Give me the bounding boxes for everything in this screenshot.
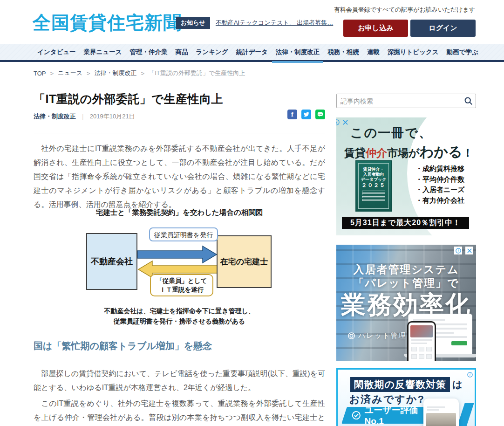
article-search xyxy=(336,94,476,108)
ad1-bullet-3: 入居者ニーズ xyxy=(422,186,465,193)
line-share-icon[interactable]: LINE xyxy=(315,110,325,119)
figure-caption-line1: 不動産会社は、宅建士を指揮命令下に置き管理し、 xyxy=(34,306,325,316)
ad-databook[interactable]: i この一冊で、 賃貸 仲介 市場が わかる ！ 賃貸仲介・ 入居者動向 データ… xyxy=(336,117,476,235)
book-title-line2: 入居者動向 xyxy=(359,172,388,177)
article-date: 2019年10月21日 xyxy=(90,112,135,121)
ad-close-icon[interactable] xyxy=(343,120,348,125)
article-category-link[interactable]: 法律・制度改正 xyxy=(34,112,76,121)
section-heading: 国は「繁忙期の顧客トラブル増加」を懸念 xyxy=(34,340,325,352)
breadcrumb-current: 「IT重説の外部委託」で生産性向上 xyxy=(149,69,245,77)
book-title-year: ２０２５ xyxy=(359,183,388,188)
breadcrumb-top[interactable]: TOP xyxy=(34,70,46,77)
ad1-discount-banner: 5月31日まで最大20％割引中！ xyxy=(342,217,469,229)
diagram-box-agent: 在宅の宅建士 xyxy=(217,235,272,288)
relationship-diagram: 不動産会社 在宅の宅建士 従業員証明書を発行 「従業員」として ＩＴ重説を遂行 xyxy=(34,225,325,303)
ad1-sub-mid: 市場が xyxy=(387,146,420,160)
nav-item-deep-topics[interactable]: 深掘りトピックス xyxy=(388,43,439,61)
ad-info-icon[interactable]: i xyxy=(454,247,462,254)
figure-caption-line2: 従業員証明書を発行・携帯させる義務がある xyxy=(34,316,325,326)
article-meta: 法律・制度改正 ｜ 2019年10月21日 xyxy=(34,112,135,121)
article-title: 「IT重説の外部委託」で生産性向上 xyxy=(34,91,325,107)
ad3-highlight: 閑散期の反響数対策 xyxy=(350,377,450,392)
diagram-label-employee: 「従業員」として ＩＴ重説を遂行 xyxy=(150,274,213,296)
article-paragraph-3: このIT重説をめぐり、社外の宅建士を複数募って、重説業務を外部委託して生産性を上… xyxy=(34,397,325,426)
article-paragraph-1: 社外の宅建士にIT重説業務のみを外部委託する不動産会社が出てきた。人手不足が解消… xyxy=(34,142,325,212)
ad-off-season[interactable]: i 閑散期の反響数対策は お済みですか? ユーザー評価No.1 ※ xyxy=(336,368,476,426)
login-button[interactable]: ログイン xyxy=(410,20,476,37)
check-circle-icon xyxy=(352,411,361,420)
palette-logo-icon xyxy=(347,332,355,340)
nav-item-tax[interactable]: 税務・相続 xyxy=(327,43,359,61)
site-logo[interactable]: 全国賃貸住宅新聞 xyxy=(33,10,182,35)
nav-item-industry-news[interactable]: 業界ニュース xyxy=(84,43,122,61)
svg-text:i: i xyxy=(469,373,470,377)
ad1-bullet-list: ・成約賃料推移 ・平均仲介件数 ・入居者ニーズ ・有力仲介会社 xyxy=(415,164,465,206)
smartphone-mockup xyxy=(407,321,436,361)
book-title-line1: 賃貸仲介・ xyxy=(359,167,388,172)
breadcrumb-separator: > xyxy=(87,70,90,77)
palette-logo-label: パレット管理 xyxy=(358,331,406,340)
ad-palette-kanri[interactable]: i 入居者管理システム 「パレット管理」で 業務効率化 パレット管理 xyxy=(336,245,476,361)
bullet-dot: ・ xyxy=(415,186,422,193)
bullet-dot: ・ xyxy=(415,196,422,204)
notice-badge: お知らせ xyxy=(176,17,210,29)
ad-close-icon[interactable] xyxy=(465,247,473,254)
main-nav: インタビュー 業界ニュース 管理・仲介業 商品 ランキング 統計データ 法律・制… xyxy=(0,44,504,62)
ad3-line1: 閑散期の反響数対策は xyxy=(338,377,475,392)
signup-button[interactable]: お申し込み xyxy=(343,20,408,37)
notice-row: お知らせ 不動産AIテックコンテスト、 出場者募集… xyxy=(176,17,333,29)
nav-item-series[interactable]: 連載 xyxy=(367,43,380,61)
bullet-dot: ・ xyxy=(415,165,422,172)
svg-text:i: i xyxy=(336,120,337,124)
smartphone-mockup xyxy=(423,399,459,426)
nav-item-ranking[interactable]: ランキング xyxy=(196,43,228,61)
ad1-subheading: 賃貸 仲介 市場が わかる ！ xyxy=(344,143,473,162)
ad-info-icon[interactable]: i xyxy=(336,119,340,125)
ad-info-icon[interactable]: i xyxy=(466,371,474,378)
breadcrumb: TOP > ニュース > 法律・制度改正 > 「IT重説の外部委託」で生産性向上 xyxy=(34,69,245,77)
ad1-sub-red: 仲介 xyxy=(366,146,387,160)
notice-link[interactable]: 不動産AIテックコンテスト、 出場者募集… xyxy=(216,19,333,27)
nav-item-video[interactable]: 動画で学ぶ xyxy=(447,43,478,61)
breadcrumb-separator: > xyxy=(141,70,145,77)
diagram-label-certificate: 従業員証明書を発行 xyxy=(149,227,218,241)
diagram-box-company: 不動産会社 xyxy=(86,233,137,290)
diagram-label-employee-line1: 「従業員」として xyxy=(151,276,212,285)
share-buttons: f LINE xyxy=(287,110,325,119)
bullet-dot: ・ xyxy=(415,175,422,183)
nav-item-products[interactable]: 商品 xyxy=(176,43,188,61)
ad1-sub-end: ！ xyxy=(463,146,473,160)
figure-title: 宅建士と「業務委託契約」を交わした場合の相関図 xyxy=(34,208,325,218)
twitter-share-icon[interactable] xyxy=(301,110,311,119)
ad1-bullet-1: 成約賃料推移 xyxy=(422,165,464,172)
breadcrumb-separator: > xyxy=(50,70,54,77)
search-icon xyxy=(464,96,473,105)
palette-logo: パレット管理 xyxy=(347,331,406,340)
ad1-bullet-4: 有力仲介会社 xyxy=(422,196,464,204)
ad1-bullet-2: 平均仲介件数 xyxy=(422,175,464,183)
search-button[interactable] xyxy=(461,94,476,108)
ad1-sub-pre: 賃貸 xyxy=(344,146,366,160)
breadcrumb-category[interactable]: 法律・制度改正 xyxy=(95,69,137,77)
nav-item-statistics[interactable]: 統計データ xyxy=(236,43,268,61)
meta-divider: ｜ xyxy=(80,113,86,121)
nav-item-management[interactable]: 管理・仲介業 xyxy=(130,43,168,61)
svg-text:i: i xyxy=(457,249,458,253)
diagram-label-employee-line2: ＩＴ重説を遂行 xyxy=(151,285,212,294)
facebook-share-icon[interactable]: f xyxy=(287,110,297,119)
page: 全国賃貸住宅新聞 お知らせ 不動産AIテックコンテスト、 出場者募集… 有料会員… xyxy=(0,0,504,426)
member-benefit-text: 有料会員登録ですべての記事がお読みいただけます xyxy=(334,6,475,14)
article-paragraph-2: 部屋探しの賃貸借契約において、テレビ電話を使った重要事項説明(以下、重説)を可能… xyxy=(34,367,325,395)
ad3-suffix: は xyxy=(452,379,463,390)
nav-item-interview[interactable]: インタビュー xyxy=(37,43,76,61)
svg-text:LINE: LINE xyxy=(319,114,323,116)
nav-item-law-active[interactable]: 法律・制度改正 xyxy=(276,43,320,61)
ad1-sub-big: わかる xyxy=(420,143,463,162)
ad1-heading: この一冊で、 xyxy=(350,124,432,141)
databook-cover: 賃貸仲介・ 入居者動向 データブック ２０２５ xyxy=(356,161,391,211)
breadcrumb-news[interactable]: ニュース xyxy=(58,69,82,77)
figure-caption: 不動産会社は、宅建士を指揮命令下に置き管理し、 従業員証明書を発行・携帯させる義… xyxy=(34,306,325,326)
article-divider xyxy=(34,133,325,133)
book-title-line3: データブック xyxy=(359,177,388,182)
search-input[interactable] xyxy=(337,97,461,105)
